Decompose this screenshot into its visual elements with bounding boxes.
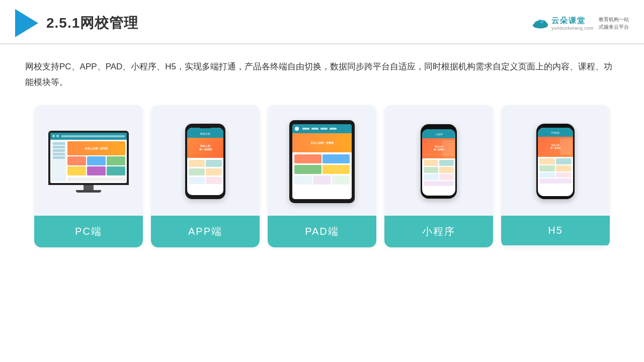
card-pc-image: 职场人的第一堂网课 [34,105,143,216]
app-phone-mockup: 网校名称 职达人的第一堂网课 [185,124,225,199]
card-mini-image: 小程序 职达人的第一堂网课 [384,105,493,216]
page-title: 2.5.1网校管理 [46,14,138,33]
card-pad-image: 职达人的第一堂网课 [268,105,376,216]
pc-monitor-mockup: 职场人的第一堂网课 [48,131,129,193]
brand-name: 云朵课堂 [551,16,586,26]
logo-triangle-icon [15,9,38,37]
brand-url: yunduoketang.com [551,26,594,31]
card-pad: 职达人的第一堂网课 [268,105,376,247]
brand-cloud: 云朵课堂 yunduoketang.com 教育机构一站 式服务云平台 [531,16,629,31]
card-app: 网校名称 职达人的第一堂网课 [151,105,260,247]
svg-point-5 [540,20,544,24]
brand-tagline: 教育机构一站 式服务云平台 [599,16,629,31]
card-app-label: APP端 [151,216,260,247]
header-left: 2.5.1网校管理 [15,9,138,37]
card-pc: 职场人的第一堂网课 [34,105,143,247]
card-pc-label: PC端 [34,216,143,247]
pad-tablet-mockup: 职达人的第一堂网课 [289,120,355,203]
miniprogram-phone-mockup: 小程序 职达人的第一堂网课 [421,124,457,199]
brand-logo: 云朵课堂 yunduoketang.com 教育机构一站 式服务云平台 [531,16,629,31]
card-h5-image: H5页面 职达人的第一堂网课 [501,105,610,216]
cloud-icon [531,18,549,29]
card-pad-label: PAD端 [268,216,376,247]
main-content: 网校支持PC、APP、PAD、小程序、H5，实现多端打通，产品各终端自由切换，数… [0,44,644,257]
card-miniprogram: 小程序 职达人的第一堂网课 [384,105,493,247]
card-app-image: 网校名称 职达人的第一堂网课 [151,105,260,216]
card-h5-label: H5 [501,216,610,245]
card-miniprogram-label: 小程序 [384,216,493,247]
card-h5: H5页面 职达人的第一堂网课 [501,105,610,247]
description-text: 网校支持PC、APP、PAD、小程序、H5，实现多端打通，产品各终端自由切换，数… [25,59,619,90]
h5-phone-mockup: H5页面 职达人的第一堂网课 [536,124,575,199]
header: 2.5.1网校管理 云朵课堂 yunduoketang.com 教育机构一站 式… [0,0,644,44]
device-cards: 职场人的第一堂网课 [25,105,619,247]
